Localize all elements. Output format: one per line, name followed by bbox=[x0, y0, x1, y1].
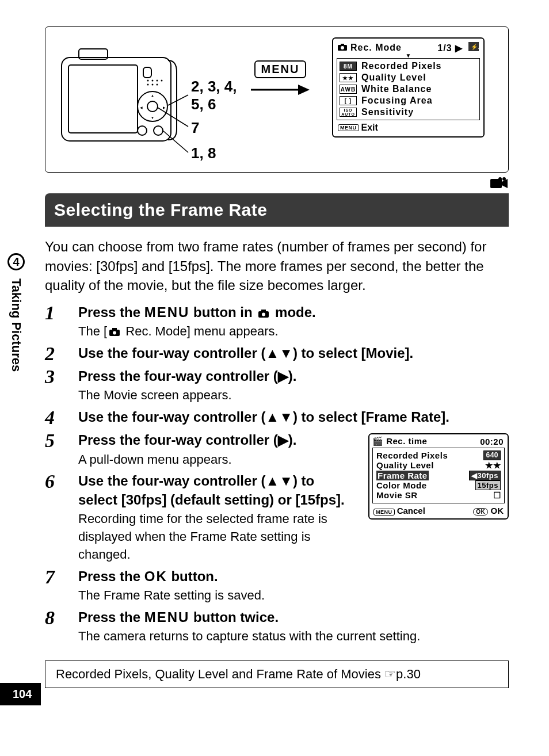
svg-point-12 bbox=[152, 84, 154, 86]
svg-rect-6 bbox=[143, 67, 151, 78]
section-heading: Selecting the Frame Rate bbox=[45, 193, 509, 227]
menu-row-focusing-area: [ ] Focusing Area bbox=[340, 95, 477, 106]
rt-cancel-label: Cancel bbox=[397, 506, 425, 516]
camera-mode-icon bbox=[258, 304, 269, 312]
menu-exit-row: MENU Exit bbox=[337, 120, 480, 133]
step-desc: A pull-down menu appears. bbox=[78, 451, 357, 469]
svg-point-10 bbox=[161, 80, 163, 82]
svg-point-37 bbox=[113, 331, 116, 335]
rt-row-quality-level: Quality Level ★★ bbox=[376, 460, 501, 471]
step-3: 3 Press the four-way controller (▶). The… bbox=[45, 367, 509, 404]
svg-text:◀: ◀ bbox=[140, 106, 143, 109]
menu-page-indicator: 1/3 ▶ bbox=[437, 43, 463, 54]
step-title: Use the four-way controller (▲▼) to sele… bbox=[78, 408, 509, 426]
svg-marker-26 bbox=[298, 85, 310, 95]
step-1: 1 Press the MENU button in mode. The [ R… bbox=[45, 303, 509, 341]
icon-iso-auto: ISOAUTO bbox=[340, 108, 357, 117]
step-title: Press the four-way controller (▶). bbox=[78, 367, 509, 385]
step-2: 2 Use the four-way controller (▲▼) to se… bbox=[45, 344, 509, 364]
step-4: 4 Use the four-way controller (▲▼) to se… bbox=[45, 408, 509, 427]
svg-point-7 bbox=[147, 80, 149, 82]
rec-time-value: 00:20 bbox=[480, 437, 504, 446]
step-title: Press the MENU button in mode. bbox=[78, 303, 509, 322]
camera-illustration: ▲ ▼ ◀ ▶ 2, 3, 4, 5, 6 7 1, 8 bbox=[56, 37, 228, 164]
svg-point-29 bbox=[341, 46, 344, 49]
step-number: 5 bbox=[45, 431, 63, 450]
step-desc: The Movie screen appears. bbox=[78, 387, 509, 404]
svg-point-9 bbox=[157, 80, 158, 82]
intro-text: You can choose from two frame rates (num… bbox=[45, 237, 509, 295]
menu-row-white-balance: AWB White Balance bbox=[340, 83, 477, 95]
rec-mode-menu-screen: Rec. Mode 1/3 ▶ ⚡A ▼ 8M Recorded Pixels … bbox=[332, 37, 485, 138]
step-title: Press the four-way controller (▶). bbox=[78, 431, 357, 449]
svg-point-15 bbox=[147, 101, 158, 112]
svg-point-13 bbox=[157, 84, 158, 86]
svg-text:▼: ▼ bbox=[151, 116, 154, 120]
down-caret-icon: ▼ bbox=[337, 54, 480, 58]
rec-time-screen: 🎬 Rec. time 00:20 Recorded Pixels 640 Qu… bbox=[368, 433, 509, 520]
top-figure: ▲ ▼ ◀ ▶ 2, 3, 4, 5, 6 7 1, 8 MENU bbox=[45, 26, 509, 173]
camera-mode-icon bbox=[109, 323, 120, 331]
menu-exit-pill: MENU bbox=[338, 124, 359, 131]
crossref-page-link[interactable]: ☞p.30 bbox=[384, 667, 421, 681]
flash-auto-icon: ⚡A bbox=[468, 42, 479, 54]
svg-line-24 bbox=[163, 131, 188, 152]
step-7: 7 Press the OK button. The Frame Rate se… bbox=[45, 567, 509, 605]
step-desc: The Frame Rate setting is saved. bbox=[78, 587, 509, 605]
svg-rect-28 bbox=[341, 44, 344, 45]
svg-text:▶: ▶ bbox=[163, 106, 166, 109]
svg-rect-5 bbox=[68, 65, 138, 133]
menu-exit-label: Exit bbox=[361, 123, 378, 133]
svg-text:⚡A: ⚡A bbox=[471, 43, 479, 51]
step-number: 7 bbox=[45, 567, 63, 587]
step-desc: The [ Rec. Mode] menu appears. bbox=[78, 323, 509, 341]
step-number: 4 bbox=[45, 408, 63, 427]
step-number: 3 bbox=[45, 367, 63, 387]
step-number: 1 bbox=[45, 303, 63, 323]
svg-rect-36 bbox=[112, 328, 117, 330]
step-desc: The camera returns to capture status wit… bbox=[78, 628, 509, 646]
icon-stars: ★★ bbox=[340, 73, 357, 82]
icon-focus-area: [ ] bbox=[340, 96, 357, 105]
rec-time-title: Rec. time bbox=[386, 436, 427, 446]
step-title: Press the OK button. bbox=[78, 567, 509, 586]
svg-rect-33 bbox=[261, 310, 266, 312]
rt-row-frame-rate-option: Color Mode 15fps bbox=[376, 480, 501, 490]
step-number: 2 bbox=[45, 344, 63, 364]
step-8: 8 Press the MENU button twice. The camer… bbox=[45, 608, 509, 646]
movie-icon: 🎬 bbox=[372, 436, 384, 446]
svg-text:▲: ▲ bbox=[151, 94, 154, 97]
svg-point-8 bbox=[152, 80, 154, 82]
menu-title: Rec. Mode bbox=[350, 43, 402, 53]
svg-point-20 bbox=[138, 126, 147, 135]
step-title: Use the four-way controller (▲▼) to sele… bbox=[78, 344, 509, 362]
step-title: Use the four-way controller (▲▼) to sele… bbox=[78, 472, 357, 509]
rt-row-recorded-pixels: Recorded Pixels 640 bbox=[376, 450, 501, 460]
step-number: 6 bbox=[45, 472, 63, 491]
rt-ok-pill: OK bbox=[473, 508, 488, 516]
menu-row-quality-level: ★★ Quality Level bbox=[340, 72, 477, 83]
step-6: 6 Use the four-way controller (▲▼) to se… bbox=[45, 472, 357, 563]
menu-arrow: MENU bbox=[240, 37, 321, 98]
step-desc: Recording time for the selected frame ra… bbox=[78, 510, 357, 563]
step-number: 8 bbox=[45, 608, 63, 628]
svg-point-11 bbox=[147, 84, 149, 86]
svg-point-21 bbox=[154, 126, 163, 135]
svg-point-34 bbox=[262, 312, 265, 316]
icon-awb: AWB bbox=[340, 85, 357, 94]
rt-row-frame-rate-selected: Frame Rate ◀30fps bbox=[376, 471, 501, 480]
step-title: Press the MENU button twice. bbox=[78, 608, 509, 627]
rt-cancel-pill: MENU bbox=[373, 509, 395, 516]
menu-button-pill: MENU bbox=[254, 60, 307, 78]
rt-row-movie-sr: Movie SR ☐ bbox=[376, 490, 501, 501]
page-number: 104 bbox=[0, 683, 41, 705]
camera-icon bbox=[338, 43, 347, 53]
step-5: 5 Press the four-way controller (▶). A p… bbox=[45, 431, 357, 468]
crossref-box: Recorded Pixels, Quality Level and Frame… bbox=[45, 660, 509, 688]
rt-ok-label: OK bbox=[491, 506, 504, 516]
menu-row-recorded-pixels: 8M Recorded Pixels bbox=[340, 60, 477, 72]
menu-row-sensitivity: ISOAUTO Sensitivity bbox=[340, 106, 477, 118]
icon-8m: 8M bbox=[340, 62, 357, 71]
